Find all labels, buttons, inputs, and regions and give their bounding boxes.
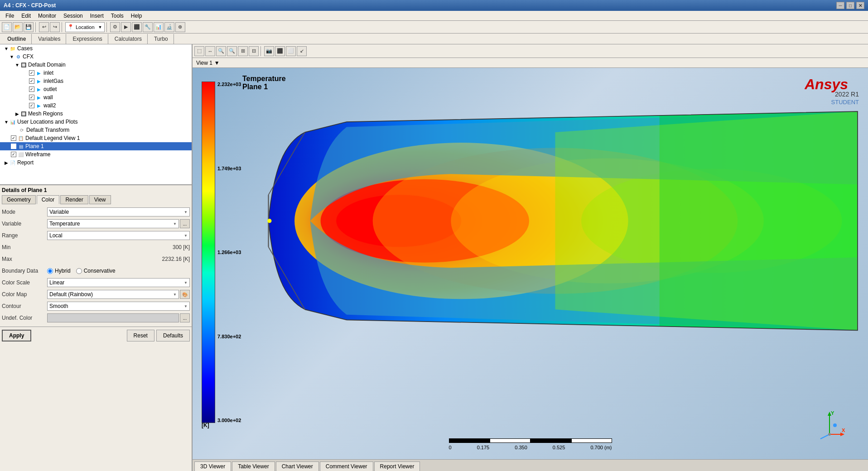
viewer-tab-report[interactable]: Report Viewer bbox=[374, 461, 420, 471]
undef-color-input[interactable] bbox=[47, 313, 179, 322]
viewport-zoom-select[interactable]: ⊟ bbox=[249, 46, 259, 56]
tab-expressions[interactable]: Expressions bbox=[67, 34, 108, 44]
details-tab-geometry[interactable]: Geometry bbox=[2, 195, 36, 204]
tab-variables[interactable]: Variables bbox=[33, 34, 66, 44]
viewport-tool-camera[interactable]: 📷 bbox=[264, 46, 274, 56]
color-scale-value: Linear bbox=[49, 279, 64, 286]
outlet-checkbox[interactable] bbox=[29, 87, 34, 92]
inletgas-checkbox[interactable] bbox=[29, 78, 34, 84]
tree-inletgas[interactable]: ▶ inletGas bbox=[0, 77, 192, 85]
menu-session[interactable]: Session bbox=[60, 12, 87, 20]
viewport-tool-5[interactable]: ↙ bbox=[297, 46, 307, 56]
viewer-tab-chart[interactable]: Chart Viewer bbox=[276, 461, 319, 471]
viewport-zoom-in[interactable]: 🔍 bbox=[216, 46, 226, 56]
tree-cases[interactable]: ▼ 📁 Cases bbox=[0, 44, 192, 53]
tool-btn-6[interactable]: 🔬 bbox=[164, 22, 174, 32]
tool-btn-1[interactable]: ⚙ bbox=[110, 22, 120, 32]
menu-tools[interactable]: Tools bbox=[107, 12, 127, 20]
defaults-button[interactable]: Defaults bbox=[156, 330, 190, 341]
conservative-label: Conservative bbox=[84, 268, 116, 274]
tree-user-locations[interactable]: ▼ 📊 User Locations and Plots bbox=[0, 118, 192, 126]
tab-turbo[interactable]: Turbo bbox=[149, 34, 174, 44]
mesh-arrow-icon: ▶ bbox=[14, 111, 20, 116]
apply-button[interactable]: Apply bbox=[2, 330, 31, 341]
close-button[interactable]: ✕ bbox=[856, 2, 864, 9]
variable-select[interactable]: Temperature bbox=[47, 219, 179, 228]
location-dropdown[interactable]: 📍 Location ▼ bbox=[65, 22, 105, 32]
viewport-zoom-fit[interactable]: ⊞ bbox=[238, 46, 248, 56]
viewport-tool-1[interactable]: ⬚ bbox=[194, 46, 204, 56]
viewport-tool-box2[interactable]: ⬜ bbox=[286, 46, 296, 56]
details-tab-color[interactable]: Color bbox=[37, 195, 60, 204]
wall-checkbox[interactable] bbox=[29, 95, 34, 100]
tree-report[interactable]: ▶ 📄 Report bbox=[0, 159, 192, 167]
viewer-tab-table[interactable]: Table Viewer bbox=[232, 461, 275, 471]
inlet-checkbox[interactable] bbox=[29, 70, 34, 76]
undo-button[interactable]: ↩ bbox=[39, 22, 49, 32]
tree-plane1[interactable]: ▤ Plane 1 bbox=[0, 142, 192, 150]
tool-btn-7[interactable]: ⊕ bbox=[175, 22, 185, 32]
open-button[interactable]: 📂 bbox=[13, 22, 23, 32]
contour-select[interactable]: Smooth bbox=[47, 302, 190, 311]
legend-checkbox[interactable] bbox=[11, 135, 16, 141]
conservative-radio[interactable] bbox=[76, 268, 82, 274]
location-label: Location bbox=[76, 24, 95, 30]
tree-default-legend[interactable]: 📋 Default Legend View 1 bbox=[0, 134, 192, 142]
tab-outline[interactable]: Outline bbox=[2, 34, 32, 44]
tree-cfx[interactable]: ▼ ⚙ CFX bbox=[0, 53, 192, 61]
viewport-tool-2[interactable]: ↔ bbox=[205, 46, 215, 56]
color-map-select[interactable]: Default (Rainbow) bbox=[47, 290, 179, 299]
tree-wall[interactable]: ▶ wall bbox=[0, 93, 192, 101]
tree-wall2[interactable]: ▶ wall2 bbox=[0, 101, 192, 110]
scale-bar: 0 0.175 0.350 0.525 0.700 (m) bbox=[449, 438, 612, 450]
redo-button[interactable]: ↪ bbox=[50, 22, 60, 32]
menu-file[interactable]: File bbox=[2, 12, 18, 20]
tool-btn-5[interactable]: 📊 bbox=[154, 22, 164, 32]
wireframe-checkbox[interactable] bbox=[11, 152, 16, 157]
viewport-zoom-out[interactable]: 🔍 bbox=[227, 46, 237, 56]
hybrid-radio[interactable] bbox=[47, 268, 53, 274]
maximize-button[interactable]: □ bbox=[846, 2, 854, 9]
minimize-button[interactable]: ─ bbox=[836, 2, 844, 9]
wall2-checkbox[interactable] bbox=[29, 103, 34, 108]
menu-edit[interactable]: Edit bbox=[18, 12, 34, 20]
tree-mesh-regions[interactable]: ▶ 🔲 Mesh Regions bbox=[0, 110, 192, 118]
tree-outlet[interactable]: ▶ outlet bbox=[0, 85, 192, 93]
cfd-visualization bbox=[242, 91, 868, 351]
variable-browse-button[interactable]: ... bbox=[180, 219, 190, 228]
tab-calculators[interactable]: Calculators bbox=[109, 34, 148, 44]
color-map-edit-button[interactable]: 🎨 bbox=[180, 290, 190, 299]
mode-select[interactable]: Variable bbox=[47, 207, 190, 216]
tool-btn-4[interactable]: 🔧 bbox=[143, 22, 153, 32]
view-dropdown-arrow-icon[interactable]: ▼ bbox=[214, 60, 220, 66]
save-button[interactable]: 💾 bbox=[24, 22, 34, 32]
reset-button[interactable]: Reset bbox=[127, 330, 154, 341]
hybrid-radio-label[interactable]: Hybrid bbox=[47, 268, 71, 274]
panel-tab-bar: Outline Variables Expressions Calculator… bbox=[0, 34, 868, 44]
conservative-radio-label[interactable]: Conservative bbox=[76, 268, 116, 274]
tree-inlet[interactable]: ▶ inlet bbox=[0, 69, 192, 77]
cases-folder-icon: 📁 bbox=[9, 45, 16, 52]
range-select[interactable]: Local bbox=[47, 231, 190, 240]
tree-default-domain[interactable]: ▼ 🔲 Default Domain bbox=[0, 61, 192, 69]
tree-area[interactable]: ▼ 📁 Cases ▼ ⚙ CFX ▼ 🔲 Default Domain bbox=[0, 44, 192, 185]
viewer-tab-comment[interactable]: Comment Viewer bbox=[320, 461, 373, 471]
plane1-checkbox[interactable] bbox=[11, 144, 16, 149]
viewport-tool-box[interactable]: ⬛ bbox=[275, 46, 285, 56]
color-scale-select[interactable]: Linear bbox=[47, 278, 190, 287]
menu-insert[interactable]: Insert bbox=[87, 12, 107, 20]
details-tab-render[interactable]: Render bbox=[60, 195, 88, 204]
tree-default-transform[interactable]: ⟳ Default Transform bbox=[0, 126, 192, 134]
menu-help[interactable]: Help bbox=[127, 12, 146, 20]
tool-btn-2[interactable]: ▶ bbox=[121, 22, 131, 32]
tool-btn-3[interactable]: ⬛ bbox=[132, 22, 142, 32]
undef-color-browse-button[interactable]: ... bbox=[180, 313, 190, 322]
svg-text:X: X bbox=[842, 428, 845, 433]
cfd-viewport[interactable]: Temperature Plane 1 Ansys 2022 R1 STUDEN… bbox=[193, 68, 868, 459]
viewer-tab-3d[interactable]: 3D Viewer bbox=[194, 461, 231, 471]
details-tab-view[interactable]: View bbox=[89, 195, 111, 204]
tree-wireframe[interactable]: ⬜ Wireframe bbox=[0, 150, 192, 159]
color-scale-label: Color Scale bbox=[2, 279, 47, 286]
menu-monitor[interactable]: Monitor bbox=[34, 12, 60, 20]
new-button[interactable]: 📄 bbox=[2, 22, 12, 32]
